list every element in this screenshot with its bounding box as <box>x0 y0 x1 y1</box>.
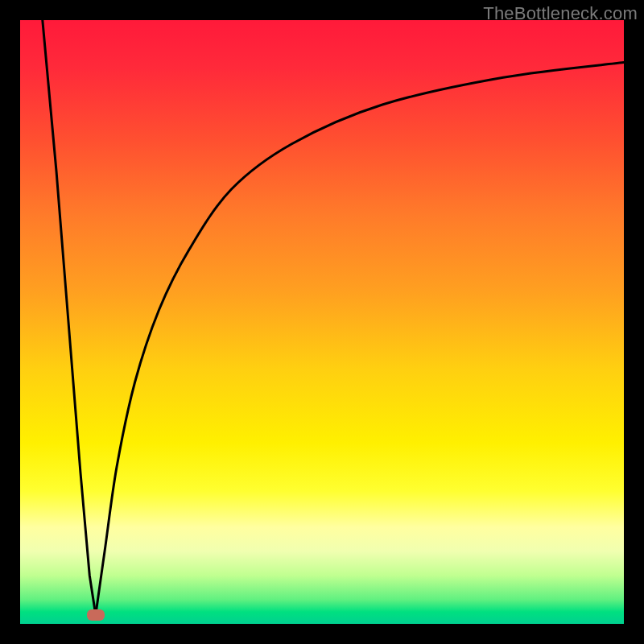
curve-layer <box>20 20 624 624</box>
left-branch-line <box>43 20 96 615</box>
plot-area <box>20 20 624 624</box>
minimum-marker <box>87 609 105 621</box>
right-branch-line <box>96 63 624 615</box>
chart-frame: TheBottleneck.com <box>0 0 644 644</box>
watermark-text: TheBottleneck.com <box>483 3 638 24</box>
